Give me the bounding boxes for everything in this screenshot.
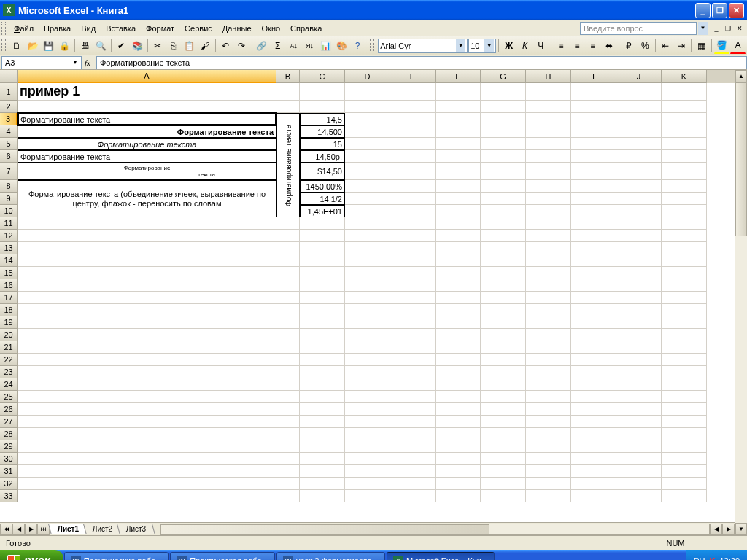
cell-D24[interactable] bbox=[345, 378, 390, 391]
cell-G27[interactable] bbox=[481, 416, 526, 428]
cell-B20[interactable] bbox=[276, 329, 300, 341]
cell-J4[interactable] bbox=[616, 125, 662, 138]
cell-C32[interactable] bbox=[300, 478, 345, 490]
cell-G2[interactable] bbox=[481, 101, 526, 113]
cell-D19[interactable] bbox=[345, 316, 390, 329]
row-header-22[interactable]: 22 bbox=[0, 354, 18, 366]
cell-A19[interactable] bbox=[18, 316, 276, 329]
cell-A12[interactable] bbox=[18, 230, 276, 242]
cell-D31[interactable] bbox=[345, 465, 390, 478]
cell-B24[interactable] bbox=[276, 378, 300, 391]
cell-I2[interactable] bbox=[571, 101, 616, 113]
cell-D9[interactable] bbox=[345, 192, 390, 205]
name-box[interactable]: A3▼ bbox=[1, 56, 82, 69]
cell-G10[interactable] bbox=[481, 205, 526, 217]
toolbar-handle[interactable] bbox=[1, 39, 6, 52]
cell-E29[interactable] bbox=[390, 440, 436, 453]
taskbar-item[interactable]: WПрактические рабо... bbox=[64, 552, 169, 560]
redo-icon[interactable]: ↷ bbox=[234, 38, 249, 54]
permission-icon[interactable]: 🔒 bbox=[57, 38, 72, 54]
bold-icon[interactable]: Ж bbox=[501, 38, 516, 54]
cell-F31[interactable] bbox=[436, 465, 481, 478]
cell-J14[interactable] bbox=[616, 254, 662, 267]
cell-K18[interactable] bbox=[662, 304, 707, 316]
cell-E8[interactable] bbox=[390, 180, 436, 192]
scroll-left-button[interactable]: ◀ bbox=[710, 524, 722, 535]
cell-B32[interactable] bbox=[276, 478, 300, 490]
cell-J1[interactable] bbox=[616, 83, 662, 101]
align-center-icon[interactable]: ≡ bbox=[570, 38, 585, 54]
cell-B27[interactable] bbox=[276, 416, 300, 428]
column-header-A[interactable]: A bbox=[18, 70, 276, 83]
cell-C29[interactable] bbox=[300, 440, 345, 453]
cell-K24[interactable] bbox=[662, 378, 707, 391]
horizontal-scrollbar[interactable] bbox=[160, 524, 710, 535]
cell-G32[interactable] bbox=[481, 478, 526, 490]
cell-E25[interactable] bbox=[390, 391, 436, 403]
research-icon[interactable]: 📚 bbox=[130, 38, 145, 54]
cell-H2[interactable] bbox=[526, 101, 571, 113]
cell-H10[interactable] bbox=[526, 205, 571, 217]
column-header-G[interactable]: G bbox=[481, 70, 526, 83]
cell-J24[interactable] bbox=[616, 378, 662, 391]
cell-E4[interactable] bbox=[390, 125, 436, 138]
cell-I14[interactable] bbox=[571, 254, 616, 267]
cell-E2[interactable] bbox=[390, 101, 436, 113]
help-icon[interactable]: ? bbox=[350, 38, 365, 54]
menu-file[interactable]: Файл bbox=[9, 23, 39, 34]
cell-H16[interactable] bbox=[526, 279, 571, 292]
chart-icon[interactable]: 📊 bbox=[318, 38, 333, 54]
cell-A24[interactable] bbox=[18, 378, 276, 391]
cell-A26[interactable] bbox=[18, 403, 276, 416]
cell-A30[interactable] bbox=[18, 453, 276, 465]
cell-I15[interactable] bbox=[571, 267, 616, 279]
cell-I33[interactable] bbox=[571, 490, 616, 502]
cell-E13[interactable] bbox=[390, 242, 436, 254]
cell-F22[interactable] bbox=[436, 354, 481, 366]
cell-E19[interactable] bbox=[390, 316, 436, 329]
cell-K11[interactable] bbox=[662, 217, 707, 230]
mdi-minimize-button[interactable]: _ bbox=[711, 23, 722, 34]
cell-K31[interactable] bbox=[662, 465, 707, 478]
cell-D30[interactable] bbox=[345, 453, 390, 465]
cell-C8[interactable]: 1450,00% bbox=[300, 180, 345, 192]
cell-G13[interactable] bbox=[481, 242, 526, 254]
cell-J27[interactable] bbox=[616, 416, 662, 428]
cell-A1[interactable]: пример 1 bbox=[18, 83, 276, 101]
cell-C31[interactable] bbox=[300, 465, 345, 478]
cell-E21[interactable] bbox=[390, 341, 436, 354]
cell-K20[interactable] bbox=[662, 329, 707, 341]
cell-B3[interactable]: Форматирование текста bbox=[276, 113, 300, 217]
cell-J25[interactable] bbox=[616, 391, 662, 403]
cell-G3[interactable] bbox=[481, 113, 526, 125]
cell-B23[interactable] bbox=[276, 366, 300, 378]
cell-F3[interactable] bbox=[436, 113, 481, 125]
cell-J30[interactable] bbox=[616, 453, 662, 465]
cell-A17[interactable] bbox=[18, 292, 276, 304]
cell-I24[interactable] bbox=[571, 378, 616, 391]
cell-D11[interactable] bbox=[345, 217, 390, 230]
cell-H1[interactable] bbox=[526, 83, 571, 101]
column-header-D[interactable]: D bbox=[345, 70, 390, 83]
row-header-5[interactable]: 5 bbox=[0, 138, 18, 150]
cell-C4[interactable]: 14,500 bbox=[300, 125, 345, 138]
cell-B31[interactable] bbox=[276, 465, 300, 478]
cell-I30[interactable] bbox=[571, 453, 616, 465]
italic-icon[interactable]: К bbox=[517, 38, 533, 54]
cell-F21[interactable] bbox=[436, 341, 481, 354]
cell-C14[interactable] bbox=[300, 254, 345, 267]
cut-icon[interactable]: ✂ bbox=[150, 38, 165, 54]
cell-F9[interactable] bbox=[436, 192, 481, 205]
cell-A25[interactable] bbox=[18, 391, 276, 403]
cell-J18[interactable] bbox=[616, 304, 662, 316]
cell-J11[interactable] bbox=[616, 217, 662, 230]
cell-E14[interactable] bbox=[390, 254, 436, 267]
cell-D20[interactable] bbox=[345, 329, 390, 341]
cell-F32[interactable] bbox=[436, 478, 481, 490]
cell-J33[interactable] bbox=[616, 490, 662, 502]
scroll-down-button[interactable]: ▼ bbox=[735, 523, 747, 535]
cell-A18[interactable] bbox=[18, 304, 276, 316]
new-icon[interactable]: 🗋 bbox=[9, 38, 25, 54]
cell-D29[interactable] bbox=[345, 440, 390, 453]
cell-H11[interactable] bbox=[526, 217, 571, 230]
